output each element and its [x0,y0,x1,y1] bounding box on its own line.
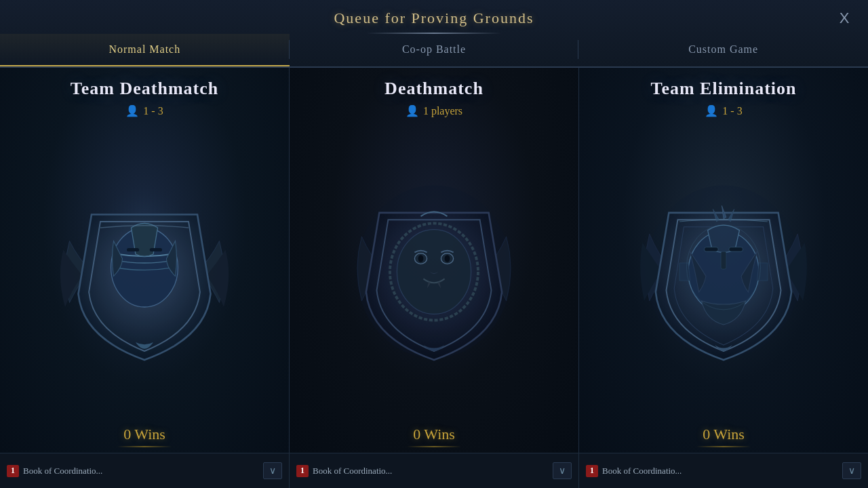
book-label-2: Book of Coordinatio... [313,466,549,476]
wins-deco-3 [696,446,751,447]
mode-title-3: Team Elimination [650,79,796,99]
player-icon-2: 👤 [406,104,419,117]
book-number-2: 1 [296,465,309,477]
card-content-3: Team Elimination 👤 1 - 3 [579,68,868,453]
modal-title: Queue for Proving Grounds [334,9,534,27]
svg-rect-3 [150,247,162,251]
wins-text-1: 0 Wins [117,426,172,443]
tab-co-op-battle[interactable]: Co-op Battle [290,34,579,66]
shield-emblem-3 [635,170,812,373]
card-team-deathmatch[interactable]: Team Deathmatch 👤 1 - 3 [0,68,290,453]
book-number-3: 1 [586,465,598,477]
wins-deco-2 [407,446,461,447]
emblem-area-3 [579,117,868,426]
book-label-3: Book of Coordinatio... [602,466,838,476]
shield-emblem-2 [346,170,522,373]
wins-text-3: 0 Wins [696,426,751,443]
dropdown-arrow-1[interactable]: ∨ [263,462,282,479]
tab-normal-match[interactable]: Normal Match [0,34,290,66]
svg-rect-2 [127,247,139,251]
book-number-1: 1 [7,465,19,477]
book-selector-1[interactable]: 1 Book of Coordinatio... ∨ [0,453,290,488]
card-deathmatch[interactable]: Deathmatch 👤 1 players [290,68,579,453]
player-icon-3: 👤 [705,104,718,117]
card-content-2: Deathmatch 👤 1 players [290,68,578,453]
wins-section-1: 0 Wins [117,426,172,447]
svg-point-9 [418,255,424,262]
title-bar: Queue for Proving Grounds X [0,9,868,27]
wins-section-2: 0 Wins [407,426,461,447]
svg-rect-14 [729,247,743,251]
wins-text-2: 0 Wins [407,426,461,443]
tab-custom-game[interactable]: Custom Game [578,34,868,66]
wins-section-3: 0 Wins [696,426,751,447]
book-label-1: Book of Coordinatio... [23,466,259,476]
player-count-1: 👤 1 - 3 [125,104,163,117]
player-count-3: 👤 1 - 3 [705,104,742,117]
close-button[interactable]: X [834,8,854,28]
mode-title-2: Deathmatch [384,79,484,99]
svg-rect-15 [721,251,726,269]
modal-header: Queue for Proving Grounds X Normal Match… [0,0,868,68]
shield-emblem-1 [56,170,233,373]
modal-overlay: Queue for Proving Grounds X Normal Match… [0,0,868,488]
player-count-2: 👤 1 players [406,104,462,117]
tabs-container: Normal Match Co-op Battle Custom Game [0,34,868,67]
card-team-elimination[interactable]: Team Elimination 👤 1 - 3 [579,68,868,453]
svg-point-10 [445,255,450,262]
dropdown-arrow-3[interactable]: ∨ [842,462,861,479]
bottom-bar: 1 Book of Coordinatio... ∨ 1 Book of Coo… [0,453,868,488]
card-content-1: Team Deathmatch 👤 1 - 3 [0,68,289,453]
dropdown-arrow-2[interactable]: ∨ [553,462,572,479]
mode-title-1: Team Deathmatch [71,79,218,99]
modes-content: Team Deathmatch 👤 1 - 3 [0,68,868,453]
emblem-area-2 [290,117,578,426]
emblem-area-1 [0,117,289,426]
wins-deco-1 [117,446,172,447]
book-selector-2[interactable]: 1 Book of Coordinatio... ∨ [290,453,579,488]
book-selector-3[interactable]: 1 Book of Coordinatio... ∨ [579,453,868,488]
svg-rect-13 [704,247,718,251]
player-icon-1: 👤 [125,104,139,117]
svg-point-5 [397,229,471,314]
